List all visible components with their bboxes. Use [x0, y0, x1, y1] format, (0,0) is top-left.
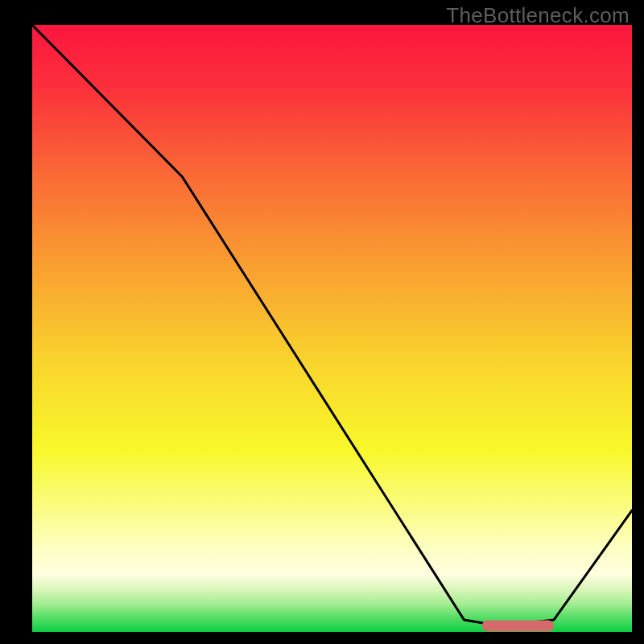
chart-frame: TheBottleneck.com	[0, 0, 644, 644]
optimal-range-marker	[482, 620, 554, 631]
watermark-text: TheBottleneck.com	[446, 3, 630, 28]
bottleneck-chart	[0, 0, 644, 644]
